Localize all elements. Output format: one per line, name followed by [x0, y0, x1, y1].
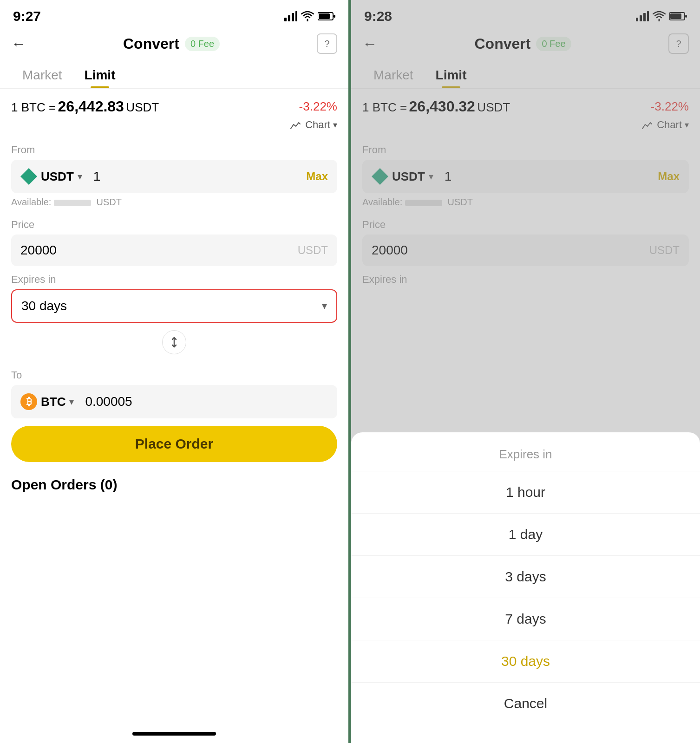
- right-price-label: Price: [362, 219, 689, 231]
- left-to-section: To ₿ BTC ▾: [0, 369, 348, 418]
- left-swap-icon: [169, 337, 180, 348]
- right-price-section: Price 20000 USDT: [351, 219, 700, 266]
- right-tab-market[interactable]: Market: [362, 62, 425, 88]
- left-max-button[interactable]: Max: [306, 170, 328, 183]
- left-open-orders-title: Open Orders (0): [11, 477, 117, 492]
- right-expires-section: Expires in: [351, 274, 700, 289]
- left-from-input-row[interactable]: USDT ▾ Max: [11, 160, 337, 193]
- right-chart-toggle[interactable]: Chart ▾: [351, 119, 700, 137]
- left-swap-button[interactable]: [162, 330, 186, 354]
- right-sheet-item-1day[interactable]: 1 day: [351, 514, 700, 556]
- left-price-input-row[interactable]: 20000 USDT: [11, 235, 337, 266]
- right-sheet-item-7days[interactable]: 7 days: [351, 598, 700, 640]
- left-tab-limit[interactable]: Limit: [73, 62, 127, 88]
- left-from-section: From USDT ▾ Max Available: USDT: [0, 144, 348, 211]
- left-price-section: Price 20000 USDT: [0, 219, 348, 266]
- left-available-text: Available: USDT: [11, 193, 337, 211]
- right-from-label: From: [362, 144, 689, 156]
- right-from-input-row[interactable]: USDT ▾ Max: [362, 160, 689, 193]
- right-from-amount-input[interactable]: [439, 169, 653, 184]
- right-tabs: Market Limit: [351, 62, 700, 89]
- left-from-currency: USDT: [41, 169, 74, 184]
- right-back-button[interactable]: ←: [362, 35, 377, 52]
- battery-icon: [318, 12, 335, 21]
- left-price-change: -3.22%: [299, 99, 337, 114]
- left-status-bar: 9:27: [0, 0, 348, 29]
- right-chart-label: Chart: [657, 119, 682, 131]
- svg-rect-13: [670, 13, 681, 19]
- svg-rect-1: [288, 15, 290, 21]
- right-fee-badge: 0 Fee: [536, 37, 571, 51]
- left-tether-icon: [20, 168, 37, 185]
- right-chart-arrow: ▾: [685, 120, 689, 130]
- left-expires-label: Expires in: [11, 274, 337, 286]
- left-available-currency: USDT: [96, 197, 121, 207]
- left-price-value: 26,442.83: [58, 98, 124, 115]
- right-from-section: From USDT ▾ Max Available: USDT: [351, 144, 700, 211]
- svg-rect-8: [636, 18, 638, 21]
- right-status-icons: [636, 11, 687, 21]
- left-price-quote: USDT: [126, 100, 159, 114]
- svg-rect-3: [295, 11, 297, 21]
- left-expires-dropdown[interactable]: 30 days ▾: [11, 289, 337, 323]
- left-price-display: 1 BTC = 26,442.83 USDT: [11, 98, 159, 115]
- left-tab-market[interactable]: Market: [11, 62, 73, 88]
- svg-rect-11: [647, 11, 649, 21]
- svg-rect-6: [334, 15, 335, 18]
- left-to-currency-selector[interactable]: ₿ BTC ▾: [20, 393, 74, 410]
- left-to-amount-input[interactable]: [79, 394, 328, 409]
- left-from-amount-input[interactable]: [88, 169, 301, 184]
- left-open-orders: Open Orders (0): [0, 469, 348, 500]
- right-from-currency: USDT: [392, 169, 425, 184]
- left-price-unit: USDT: [298, 244, 328, 257]
- left-status-icons: [284, 11, 335, 21]
- right-header-title-group: Convert 0 Fee: [474, 35, 571, 52]
- right-from-currency-selector[interactable]: USDT ▾: [372, 168, 433, 185]
- right-price-change: -3.22%: [651, 99, 689, 114]
- left-expires-arrow: ▾: [322, 300, 327, 312]
- right-from-dropdown-arrow: ▾: [429, 171, 433, 182]
- svg-rect-9: [640, 15, 642, 21]
- svg-rect-14: [685, 15, 687, 18]
- right-signal-icon: [636, 11, 649, 21]
- left-chart-toggle[interactable]: Chart ▾: [0, 119, 348, 137]
- svg-rect-2: [292, 13, 294, 21]
- left-help-icon: ?: [324, 39, 329, 49]
- right-max-button[interactable]: Max: [658, 170, 680, 183]
- right-available-text: Available: USDT: [362, 193, 689, 211]
- left-place-order-button[interactable]: Place Order: [11, 426, 337, 462]
- left-place-order-label: Place Order: [135, 436, 213, 451]
- left-convert-title: Convert: [123, 35, 179, 52]
- left-help-button[interactable]: ?: [317, 33, 337, 54]
- left-fee-badge: 0 Fee: [185, 37, 220, 51]
- right-chart-icon: [642, 121, 652, 129]
- right-tab-limit[interactable]: Limit: [425, 62, 478, 88]
- left-home-indicator: [132, 732, 216, 736]
- right-available-currency: USDT: [447, 197, 472, 207]
- left-header-title-group: Convert 0 Fee: [123, 35, 220, 52]
- left-time: 9:27: [13, 8, 41, 24]
- right-price-input-row[interactable]: 20000 USDT: [362, 235, 689, 266]
- signal-icon: [284, 11, 297, 21]
- right-sheet-item-3days[interactable]: 3 days: [351, 556, 700, 598]
- left-to-dropdown-arrow: ▾: [69, 396, 74, 407]
- right-battery-icon: [669, 12, 687, 21]
- left-to-currency: BTC: [41, 395, 65, 409]
- left-from-label: From: [11, 144, 337, 156]
- svg-rect-5: [319, 13, 330, 19]
- right-sheet-item-1hour[interactable]: 1 hour: [351, 471, 700, 514]
- right-sheet-item-30days[interactable]: 30 days: [351, 640, 700, 683]
- left-price-base: 1 BTC =: [11, 100, 56, 114]
- left-tabs: Market Limit: [0, 62, 348, 89]
- left-swap-container: [0, 323, 348, 362]
- left-price-label: Price: [11, 219, 337, 231]
- left-from-currency-selector[interactable]: USDT ▾: [20, 168, 82, 185]
- left-back-button[interactable]: ←: [11, 35, 26, 52]
- svg-rect-0: [284, 18, 287, 21]
- left-to-input-row[interactable]: ₿ BTC ▾: [11, 385, 337, 418]
- right-sheet-cancel[interactable]: Cancel: [351, 683, 700, 724]
- left-chart-arrow: ▾: [333, 120, 337, 130]
- right-help-button[interactable]: ?: [668, 33, 689, 54]
- right-price-row: 1 BTC = 26,430.32 USDT -3.22%: [351, 89, 700, 119]
- right-available-label: Available:: [362, 197, 402, 207]
